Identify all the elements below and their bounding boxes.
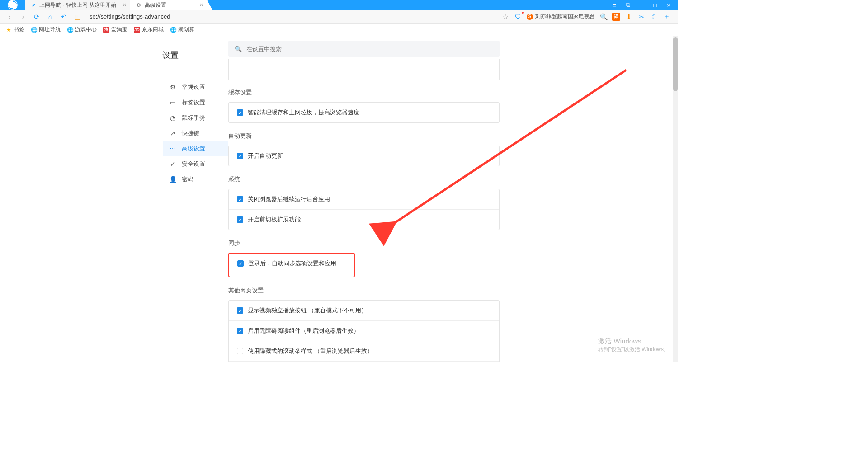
setting-row[interactable]: ✓开启自动更新 — [229, 146, 499, 166]
tab-title: 上网导航 - 轻快上网 从这里开始 — [39, 1, 116, 9]
menu-icon[interactable]: ≡ — [610, 1, 618, 9]
globe-icon: 🌐 — [170, 27, 176, 33]
search-icon[interactable]: 🔍 — [599, 13, 608, 21]
taobao-icon: 淘 — [103, 27, 109, 33]
checkbox[interactable]: ✓ — [237, 260, 244, 267]
nav-label: 快捷键 — [182, 129, 199, 137]
tab-nav-home[interactable]: ⬈ 上网导航 - 轻快上网 从这里开始 × — [25, 0, 130, 10]
checkbox[interactable]: ✓ — [237, 307, 243, 314]
nav-label: 常规设置 — [182, 83, 205, 91]
checkbox[interactable]: ✓ — [237, 109, 243, 116]
wm-title: 激活 Windows — [598, 337, 669, 346]
settings-main: 🔍 缓存设置✓智能清理缓存和上网垃圾，提高浏览器速度自动更新✓开启自动更新系统✓… — [228, 36, 673, 362]
window-controls: ≡ ⧉ − □ × — [605, 0, 678, 10]
nav-label: 高级设置 — [182, 145, 205, 153]
password-icon: 👤 — [169, 176, 176, 183]
back-button[interactable]: ‹ — [5, 12, 14, 22]
close-icon[interactable]: × — [200, 2, 203, 8]
tab-settings-advanced[interactable]: ⚙ 高级设置 × — [130, 0, 207, 10]
scissors-icon[interactable]: ✂ — [637, 13, 646, 21]
bm-label: 书签 — [14, 26, 24, 33]
app-logo[interactable] — [0, 0, 25, 10]
restore-icon[interactable]: ⧉ — [624, 1, 632, 9]
reload-button[interactable]: ⟳ — [32, 12, 42, 22]
nav-item-password[interactable]: 👤密码 — [163, 172, 228, 187]
settings-search[interactable]: 🔍 — [228, 41, 500, 57]
bookmark-jd[interactable]: JD京东商城 — [134, 26, 164, 33]
section-card-sync: ✓登录后，自动同步选项设置和应用 — [228, 253, 355, 277]
nav-item-general[interactable]: ⚙常规设置 — [163, 80, 228, 95]
tab-title: 高级设置 — [145, 1, 166, 9]
section-card-system: ✓关闭浏览器后继续运行后台应用✓开启剪切板扩展功能 — [228, 189, 500, 230]
checkbox[interactable]: ✓ — [237, 328, 243, 334]
gesture-icon: ◔ — [169, 114, 176, 122]
setting-label: 登录后，自动同步选项设置和应用 — [248, 259, 336, 268]
bookmark-nav[interactable]: 🌐网址导航 — [31, 26, 61, 33]
checkbox[interactable]: ✓ — [237, 153, 243, 159]
nav-item-gesture[interactable]: ◔鼠标手势 — [163, 110, 228, 126]
news-ticker[interactable]: S 刘亦菲登越南国家电视台 — [527, 13, 595, 20]
download-icon[interactable]: ⬇ — [625, 13, 633, 21]
minimize-button[interactable]: − — [637, 1, 646, 9]
home-button[interactable]: ⌂ — [45, 12, 55, 22]
nav-list: ⚙常规设置▭标签设置◔鼠标手势↗快捷键⋯高级设置✓安全设置👤密码 — [163, 80, 228, 187]
page-title: 设置 — [162, 50, 179, 61]
close-icon[interactable]: × — [123, 2, 126, 8]
bookmarks-bar: ★书签 🌐网址导航 🌐游戏中心 淘爱淘宝 JD京东商城 🌐聚划算 — [0, 24, 678, 36]
checkbox[interactable]: ✓ — [237, 196, 243, 202]
section-title-update: 自动更新 — [228, 132, 673, 140]
section-title-webpage: 其他网页设置 — [228, 287, 673, 295]
titlebar: ⬈ 上网导航 - 轻快上网 从这里开始 × ⚙ 高级设置 × ≡ ⧉ − □ × — [0, 0, 678, 10]
bm-label: 爱淘宝 — [111, 26, 127, 33]
setting-label: 开启自动更新 — [248, 152, 283, 160]
sidebar: 设置 ⚙常规设置▭标签设置◔鼠标手势↗快捷键⋯高级设置✓安全设置👤密码 — [0, 36, 228, 362]
close-window-button[interactable]: × — [665, 1, 673, 9]
star-icon: ★ — [5, 27, 12, 33]
setting-label: 使用隐藏式的滚动条样式 （重启浏览器后生效） — [248, 347, 373, 355]
undo-button[interactable]: ↶ — [59, 12, 69, 22]
nav-item-security[interactable]: ✓安全设置 — [163, 156, 228, 172]
url-text: se://settings/settings-advanced — [90, 13, 170, 20]
nav-label: 密码 — [182, 175, 193, 183]
setting-row[interactable]: 使用隐藏式的滚动条样式 （重启浏览器后生效） — [229, 341, 499, 361]
setting-row[interactable]: ✓登录后，自动同步选项设置和应用 — [229, 254, 354, 273]
checkbox[interactable] — [237, 348, 243, 354]
maximize-button[interactable]: □ — [651, 1, 659, 9]
shield-icon[interactable]: 🛡 — [514, 13, 522, 21]
setting-row[interactable]: ✓显示视频独立播放按钮 （兼容模式下不可用） — [229, 301, 499, 320]
tabs-icon: ▭ — [169, 99, 176, 106]
star-outline-icon[interactable]: ☆ — [501, 13, 509, 21]
setting-label: 显示视频独立播放按钮 （兼容模式下不可用） — [248, 306, 367, 315]
bookmark-taobao[interactable]: 淘爱淘宝 — [103, 26, 127, 33]
shortcut-icon: ↗ — [169, 130, 176, 137]
checkbox[interactable]: ✓ — [237, 216, 243, 223]
setting-row[interactable]: 忽略系统DPI设置 （只支持极速内核，重启浏览器后生效） — [229, 361, 499, 362]
bookmark-juhuasuan[interactable]: 🌐聚划算 — [170, 26, 194, 33]
section-title-system: 系统 — [228, 175, 673, 183]
bookmark-game[interactable]: 🌐游戏中心 — [67, 26, 97, 33]
news-badge-icon: S — [527, 14, 533, 20]
setting-row[interactable]: ✓开启剪切板扩展功能 — [229, 209, 499, 230]
bm-label: 京东商城 — [142, 26, 164, 33]
nav-item-advanced[interactable]: ⋯高级设置 — [163, 141, 228, 156]
setting-row[interactable]: ✓关闭浏览器后继续运行后台应用 — [229, 189, 499, 209]
translate-icon[interactable]: 译 — [612, 13, 620, 21]
nav-item-shortcut[interactable]: ↗快捷键 — [163, 126, 228, 141]
tab-edge — [207, 0, 212, 10]
url-input[interactable]: se://settings/settings-advanced — [86, 13, 498, 20]
reader-icon[interactable]: ▥ — [72, 12, 82, 22]
bookmark-bookmarks[interactable]: ★书签 — [5, 26, 24, 33]
moon-icon[interactable]: ☾ — [650, 13, 658, 21]
nav-label: 安全设置 — [182, 160, 205, 168]
setting-row[interactable]: ✓启用无障碍阅读组件（重启浏览器后生效） — [229, 320, 499, 341]
section-title-cache: 缓存设置 — [228, 89, 673, 97]
plus-icon[interactable]: ＋ — [663, 13, 671, 21]
scrollbar-thumb[interactable] — [673, 37, 678, 91]
forward-button[interactable]: › — [18, 12, 28, 22]
section-title-sync: 同步 — [228, 239, 673, 247]
security-icon: ✓ — [169, 160, 176, 168]
nav-item-tabs[interactable]: ▭标签设置 — [163, 95, 228, 110]
setting-row[interactable]: ✓智能清理缓存和上网垃圾，提高浏览器速度 — [229, 103, 499, 122]
setting-label: 开启剪切板扩展功能 — [248, 216, 301, 224]
search-input[interactable] — [246, 46, 493, 52]
